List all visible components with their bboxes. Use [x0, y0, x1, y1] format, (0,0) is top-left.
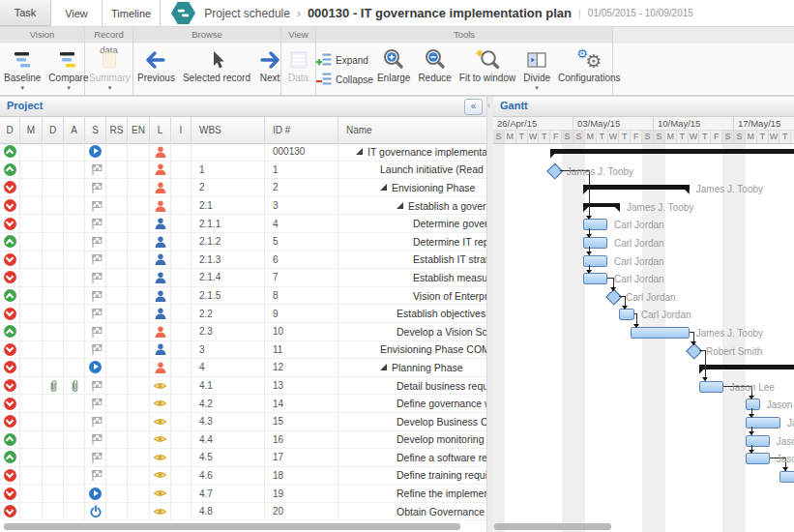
tab-view[interactable]: View: [51, 0, 103, 26]
cell-wbs: 2.1.5: [191, 287, 265, 305]
cell-task-name[interactable]: IT governance implementation plan: [338, 143, 486, 161]
table-row[interactable]: 2.1.36Establish IT strategic: [0, 251, 486, 270]
table-row[interactable]: 4.315Develop Business Case g: [0, 413, 486, 431]
column-header-i[interactable]: I: [171, 117, 191, 143]
tab-task[interactable]: Task: [0, 0, 51, 26]
cell-task-name[interactable]: Envisioning Phase COMPLET: [338, 341, 486, 359]
cell-task-name[interactable]: Define training requireme: [338, 467, 486, 485]
collapse-button[interactable]: Collapse: [316, 72, 373, 88]
column-header-en[interactable]: EN: [128, 117, 150, 143]
gantt-task-bar[interactable]: [746, 453, 770, 464]
cell-task-name[interactable]: Determine IT reporti: [338, 233, 486, 251]
cell-task-name[interactable]: Determine governan: [338, 215, 486, 232]
table-header: DMDASRSENLIWBSID #Name: [0, 117, 486, 144]
cell-task-name[interactable]: Obtain Governance Com: [338, 503, 486, 520]
tab-timeline[interactable]: Timeline: [103, 0, 161, 26]
enlarge-button[interactable]: Enlarge: [373, 46, 414, 84]
cell-wbs: 2.1.4: [191, 269, 265, 286]
cell-task-name[interactable]: Develop monitoring and r: [338, 431, 486, 449]
table-row[interactable]: 2.310Develop a Vision Scope D: [0, 323, 486, 341]
table-row[interactable]: 4.618Define training requireme: [0, 467, 486, 486]
gantt-task-bar[interactable]: [779, 471, 794, 483]
table-row[interactable]: 000130IT governance implementation plan: [0, 143, 486, 162]
gantt-horizontal-scrollbar[interactable]: [494, 523, 611, 530]
project-horizontal-scrollbar[interactable]: [4, 523, 460, 530]
cell-task-name[interactable]: Detail business requireme: [338, 377, 486, 395]
column-header-wbs[interactable]: WBS: [191, 117, 265, 143]
collapse-triangle-icon[interactable]: [380, 184, 387, 191]
column-header-id[interactable]: ID #: [265, 117, 338, 143]
gantt-task-bar[interactable]: [583, 237, 607, 249]
collapse-triangle-icon[interactable]: [397, 202, 403, 209]
cell-task-name[interactable]: Define governance workf: [338, 395, 486, 412]
gantt-task-bar[interactable]: [619, 309, 634, 320]
table-row[interactable]: 2.1.58Vision of Enterprise C: [0, 287, 486, 306]
gantt-milestone[interactable]: [606, 289, 622, 305]
cell-task-name[interactable]: Establish a governance fr: [338, 197, 486, 215]
cell-task-name[interactable]: Establish objectives for th: [338, 305, 486, 322]
table-row[interactable]: 2.1.14Determine governan: [0, 215, 486, 233]
table-row[interactable]: 4.820Obtain Governance Com: [0, 503, 486, 521]
gantt-summary-bar[interactable]: [699, 365, 794, 369]
gantt-task-bar[interactable]: [583, 255, 607, 267]
collapse-triangle-icon[interactable]: [356, 148, 363, 155]
table-row[interactable]: 4.214Define governance workf: [0, 395, 486, 413]
gantt-task-bar[interactable]: [583, 273, 607, 284]
column-header-d[interactable]: D: [43, 117, 64, 143]
previous-button[interactable]: Previous: [133, 46, 179, 84]
table-row[interactable]: 2.1.47Establish measurem: [0, 269, 486, 287]
cell-task-name[interactable]: Develop Business Case g: [338, 413, 486, 430]
column-header-s[interactable]: S: [85, 117, 106, 143]
column-header-m[interactable]: M: [20, 117, 43, 143]
cell-task-name[interactable]: Define a software recomm: [338, 449, 486, 466]
column-header-a[interactable]: A: [64, 117, 85, 143]
cell-task-name[interactable]: Develop a Vision Scope D: [338, 323, 486, 340]
cell-i: [171, 305, 191, 322]
gantt-task-bar[interactable]: [746, 435, 770, 447]
table-row[interactable]: 4.719Refine the implementation: [0, 485, 486, 503]
column-header-name[interactable]: Name: [338, 117, 486, 143]
cell-a: [64, 395, 85, 412]
breadcrumb-section[interactable]: Project schedule: [204, 7, 290, 20]
cell-m: [20, 269, 43, 286]
table-row[interactable]: 2.13Establish a governance fr: [0, 197, 486, 216]
column-header-l[interactable]: L: [150, 117, 171, 143]
table-row[interactable]: 2.1.25Determine IT reporti: [0, 233, 486, 251]
gantt-task-bar[interactable]: [746, 399, 760, 410]
cell-task-name[interactable]: Vision of Enterprise C: [338, 287, 486, 305]
table-row[interactable]: 4.517Define a software recomm: [0, 449, 486, 467]
table-row[interactable]: 4.416Develop monitoring and r: [0, 431, 486, 450]
gantt-task-bar[interactable]: [699, 381, 723, 393]
table-row[interactable]: 2.29Establish objectives for th: [0, 305, 486, 323]
table-row[interactable]: 311Envisioning Phase COMPLET: [0, 341, 486, 360]
cell-task-name[interactable]: Planning Phase: [338, 359, 486, 376]
gantt-milestone[interactable]: [687, 343, 702, 359]
gantt-summary-bar[interactable]: [550, 149, 794, 154]
selected-record-button[interactable]: Selected record: [179, 46, 254, 84]
gantt-summary-bar[interactable]: [583, 185, 690, 190]
gantt-task-bar[interactable]: [583, 219, 607, 230]
cell-task-name[interactable]: Establish measurem: [338, 269, 486, 286]
divide-button[interactable]: Divide▾: [519, 46, 554, 92]
cell-task-name[interactable]: Establish IT strategic: [338, 251, 486, 269]
cell-d: [43, 323, 64, 340]
gantt-task-bar[interactable]: [631, 327, 690, 339]
baseline-button[interactable]: Baseline▾: [0, 46, 44, 92]
reduce-button[interactable]: Reduce: [414, 46, 455, 84]
column-header-d[interactable]: D: [0, 117, 20, 143]
task-name-text: Define governance workf: [397, 398, 486, 409]
gantt-milestone[interactable]: [547, 163, 563, 179]
cell-task-name[interactable]: Refine the implementation: [338, 485, 486, 502]
fit-to-window-button[interactable]: Fit to window: [456, 46, 519, 84]
table-row[interactable]: 22Envisioning Phase: [0, 179, 486, 197]
table-row[interactable]: 412Planning Phase: [0, 359, 486, 377]
expand-button[interactable]: Expand: [316, 52, 373, 69]
cell-task-name[interactable]: Launch initiative (Read note fo: [338, 162, 486, 179]
cell-task-name[interactable]: Envisioning Phase: [338, 179, 486, 196]
table-row[interactable]: 11Launch initiative (Read note fo: [0, 162, 486, 180]
table-row[interactable]: 4.113Detail business requireme: [0, 377, 486, 396]
collapse-panel-button[interactable]: «: [464, 99, 483, 115]
collapse-triangle-icon[interactable]: [380, 364, 387, 370]
column-header-rs[interactable]: RS: [106, 117, 128, 143]
day-header-cell: W: [528, 131, 540, 143]
